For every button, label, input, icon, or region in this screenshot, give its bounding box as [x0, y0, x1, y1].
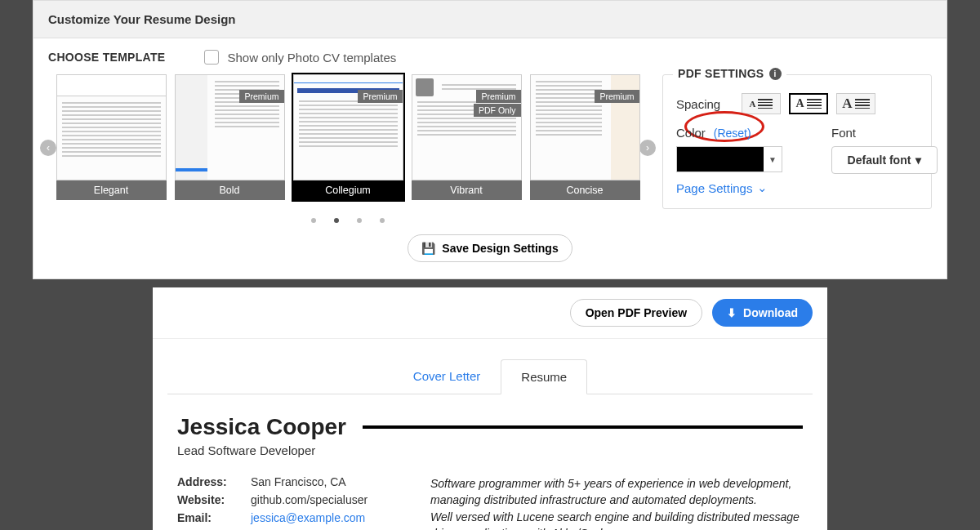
caret-down-icon: ▾: [915, 154, 921, 167]
template-card-collegium[interactable]: Premium Collegium: [293, 74, 403, 200]
template-card-bold[interactable]: Premium Bold: [175, 74, 285, 200]
carousel-dot[interactable]: [380, 218, 385, 223]
template-thumbnail: Premium: [293, 74, 403, 180]
spacing-option-large[interactable]: A: [836, 93, 875, 114]
resume-name: Jessica Cooper: [177, 414, 346, 440]
chevron-down-icon: ⌄: [757, 180, 768, 195]
divider-line: [363, 425, 803, 429]
template-thumbnail: Premium PDF Only: [412, 74, 522, 180]
save-icon: 💾: [421, 242, 435, 255]
address-value: San Francisco, CA: [251, 475, 346, 488]
premium-badge: Premium: [239, 90, 283, 103]
address-label: Address:: [177, 475, 251, 488]
template-name: Collegium: [293, 180, 403, 200]
color-picker[interactable]: ▼: [676, 146, 782, 172]
info-icon[interactable]: i: [769, 68, 782, 80]
contact-block: Address: San Francisco, CA Website: gith…: [177, 475, 398, 530]
resume-role: Lead Software Developer: [177, 443, 803, 457]
template-name: Bold: [175, 180, 285, 200]
carousel-pagination: [48, 218, 648, 223]
photo-filter-label: Show only Photo CV templates: [227, 51, 396, 65]
pdf-settings-panel: PDF SETTINGS i Spacing A A A: [662, 74, 932, 209]
preview-tabs: Cover Letter Resume: [153, 359, 827, 394]
template-card-concise[interactable]: Premium Concise: [530, 74, 640, 200]
template-name: Elegant: [56, 180, 167, 200]
template-thumbnail: Premium: [530, 74, 640, 180]
premium-badge: Premium: [476, 90, 520, 103]
color-swatch: [677, 147, 764, 171]
choose-template-label: CHOOSE TEMPLATE: [48, 51, 165, 64]
carousel-dot[interactable]: [357, 218, 362, 223]
spacing-option-small[interactable]: A: [742, 93, 781, 114]
resume-preview: Open PDF Preview ⬇ Download Cover Letter…: [153, 287, 827, 530]
color-label: Color: [676, 126, 706, 140]
page-title: Customize Your Resume Design: [33, 1, 947, 38]
website-value: github.com/specialuser: [251, 493, 368, 506]
template-card-elegant[interactable]: Elegant: [56, 74, 167, 200]
email-label: Email:: [177, 511, 251, 524]
carousel-prev-button[interactable]: ‹: [40, 140, 56, 156]
template-thumbnail: Premium: [175, 74, 285, 180]
tab-cover-letter[interactable]: Cover Letter: [393, 359, 501, 394]
chevron-down-icon: ▼: [764, 155, 782, 164]
tab-resume[interactable]: Resume: [501, 359, 587, 394]
font-label: Font: [831, 126, 938, 140]
carousel-next-button[interactable]: ›: [639, 140, 656, 156]
font-value: Default font: [848, 154, 911, 167]
website-label: Website:: [177, 493, 251, 506]
font-select[interactable]: Default font ▾: [831, 146, 938, 174]
email-value[interactable]: jessica@example.com: [251, 511, 365, 524]
template-name: Vibrant: [412, 180, 522, 200]
page-settings-toggle[interactable]: Page Settings ⌄: [676, 180, 918, 195]
spacing-option-medium[interactable]: A: [789, 93, 828, 114]
template-name: Concise: [530, 180, 640, 200]
checkbox-icon[interactable]: [204, 50, 219, 65]
color-reset-link[interactable]: (Reset): [714, 127, 751, 140]
photo-cv-filter[interactable]: Show only Photo CV templates: [204, 50, 396, 65]
carousel-dot[interactable]: [334, 218, 339, 223]
carousel-dot[interactable]: [311, 218, 316, 223]
resume-summary: Software programmer with 5+ years of exp…: [430, 475, 803, 530]
pdf-only-badge: PDF Only: [474, 104, 521, 117]
save-design-button[interactable]: 💾 Save Design Settings: [408, 234, 572, 262]
template-carousel: ‹ › Elegant: [48, 74, 648, 223]
template-card-vibrant[interactable]: Premium PDF Only Vibrant: [412, 74, 522, 200]
premium-badge: Premium: [358, 90, 402, 103]
open-pdf-preview-button[interactable]: Open PDF Preview: [570, 299, 702, 327]
pdf-settings-title: PDF SETTINGS: [678, 67, 764, 80]
download-button[interactable]: ⬇ Download: [712, 299, 813, 327]
spacing-label: Spacing: [676, 97, 742, 111]
download-icon: ⬇: [727, 306, 737, 319]
premium-badge: Premium: [595, 90, 639, 103]
template-thumbnail: [56, 74, 167, 180]
